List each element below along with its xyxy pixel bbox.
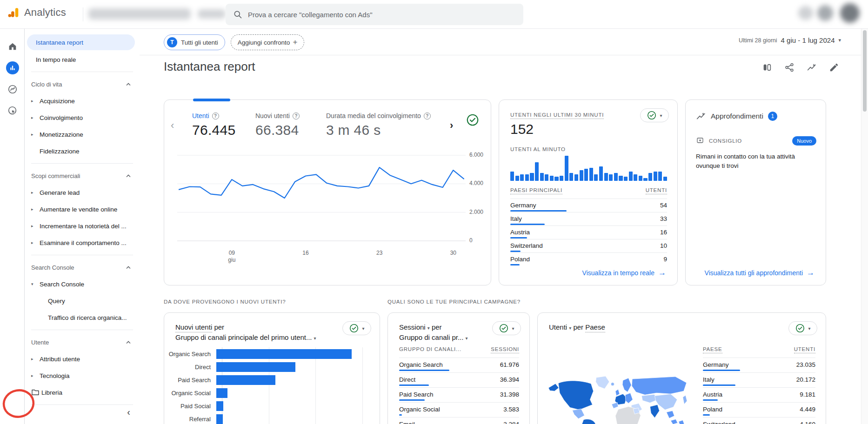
status-ok-dropdown[interactable]: ▾ bbox=[492, 321, 521, 335]
redacted-avatar[interactable] bbox=[840, 3, 860, 23]
metric-nuovi-utenti[interactable]: Nuovi utenti ? 66.384 bbox=[255, 112, 300, 138]
sidebar-section-search-console[interactable]: Search Console bbox=[25, 259, 140, 276]
help-icon[interactable]: ? bbox=[293, 113, 300, 119]
metric-selector[interactable]: Utenti bbox=[549, 323, 567, 331]
channel-name: Organic Social bbox=[399, 406, 440, 413]
sidebar-item-search-console[interactable]: ▾ Search Console bbox=[25, 276, 140, 292]
geo-row: Italy 20.172 bbox=[703, 372, 815, 387]
channel-bar bbox=[216, 414, 223, 424]
date-preset-label: Ultimi 28 giorni bbox=[739, 37, 777, 44]
explore-icon[interactable] bbox=[6, 83, 19, 96]
per-minute-label: UTENTI AL MINUTO bbox=[510, 146, 566, 152]
expand-arrow-icon[interactable]: ▸ bbox=[31, 357, 40, 361]
expand-arrow-icon[interactable]: ▸ bbox=[31, 240, 40, 245]
country-users: 9 bbox=[663, 256, 667, 263]
date-range-picker[interactable]: Ultimi 28 giorni 4 giu - 1 lug 2024 ▾ bbox=[739, 36, 841, 44]
sidebar-item-monetizzazione[interactable]: ▸ Monetizzazione bbox=[25, 126, 140, 143]
redacted-help-icon[interactable] bbox=[798, 6, 813, 20]
expand-arrow-icon[interactable]: ▸ bbox=[31, 99, 40, 103]
view-realtime-link[interactable]: Visualizza in tempo reale → bbox=[582, 268, 666, 278]
column-header-country[interactable]: PAESE bbox=[703, 346, 722, 353]
help-icon[interactable]: ? bbox=[212, 113, 219, 119]
expand-arrow-icon[interactable]: ▸ bbox=[31, 132, 40, 137]
metrics-prev-icon[interactable]: ‹ bbox=[171, 120, 174, 131]
sidebar-item-query[interactable]: Query bbox=[25, 292, 140, 309]
sidebar-item-istantanea-report[interactable]: Istantanea report bbox=[27, 34, 135, 50]
dimension-selector[interactable]: Gruppo di canali pr... bbox=[399, 333, 463, 341]
column-header-users[interactable]: UTENTI bbox=[646, 187, 667, 194]
metric-value: 3 m 46 s bbox=[326, 122, 431, 138]
column-header-channel[interactable]: GRUPPO DI CANALI... bbox=[399, 346, 461, 353]
sidebar-item-generare-lead[interactable]: ▸ Generare lead bbox=[25, 184, 140, 201]
redacted-account-name[interactable] bbox=[88, 8, 191, 20]
sidebar-item-libreria[interactable]: Libreria bbox=[25, 384, 140, 401]
metric-utenti[interactable]: Utenti ? 76.445 bbox=[192, 112, 236, 138]
home-icon[interactable] bbox=[6, 40, 19, 53]
expand-arrow-icon[interactable]: ▸ bbox=[31, 207, 40, 212]
sidebar-item-traffico-ricerca-organica[interactable]: Traffico di ricerca organica... bbox=[25, 309, 140, 326]
tip-text[interactable]: Rimani in contatto con la tua attività o… bbox=[696, 152, 803, 170]
view-all-insights-link[interactable]: Visualizza tutti gli approfondimenti → bbox=[705, 268, 815, 278]
column-header-sessions[interactable]: SESSIONI bbox=[491, 346, 519, 353]
sidebar-section-ciclo-di-vita[interactable]: Ciclo di vita bbox=[25, 76, 140, 93]
column-header-country[interactable]: PAESI PRINCIPALI bbox=[510, 187, 562, 194]
search-bar[interactable] bbox=[226, 4, 523, 25]
check-circle-icon bbox=[499, 323, 509, 333]
realtime-title[interactable]: UTENTI NEGLI ULTIMI 30 MINUTI bbox=[510, 112, 604, 119]
sidebar-section-utente[interactable]: Utente bbox=[25, 334, 140, 351]
metric-selector[interactable]: Nuovi utenti bbox=[175, 323, 212, 332]
sidebar-item-coinvolgimento[interactable]: ▸ Coinvolgimento bbox=[25, 109, 140, 126]
expand-arrow-icon[interactable]: ▸ bbox=[31, 373, 40, 378]
channel-bar-row: Paid Social bbox=[164, 399, 381, 412]
card-title[interactable]: Sessioni▾ per Gruppo di canali pr...▾ bbox=[399, 322, 467, 343]
sidebar-section-scopi-commerciali[interactable]: Scopi commerciali bbox=[25, 167, 140, 184]
metric-selector[interactable]: Sessioni bbox=[399, 323, 426, 331]
help-icon[interactable]: ? bbox=[424, 113, 431, 119]
sidebar-item-attributi-utente[interactable]: ▸ Attributi utente bbox=[25, 351, 140, 367]
data-quality-check-icon[interactable] bbox=[466, 113, 480, 127]
page-scrollbar[interactable] bbox=[861, 29, 868, 424]
dimension-selector[interactable]: Gruppo di canali principale del primo ut… bbox=[175, 333, 312, 341]
edit-pencil-icon[interactable] bbox=[829, 62, 839, 73]
top-bar: Analytics bbox=[0, 0, 868, 29]
scrollbar-thumb[interactable] bbox=[863, 30, 867, 112]
divider bbox=[31, 330, 133, 330]
sidebar-item-aumentare-vendite[interactable]: ▸ Aumentare le vendite online bbox=[25, 201, 140, 218]
geo-bar bbox=[703, 399, 718, 401]
insights-icon[interactable] bbox=[807, 62, 817, 73]
card-title[interactable]: Nuovi utenti per Gruppo di canali princi… bbox=[175, 322, 316, 343]
sidebar-item-fidelizzazione[interactable]: Fidelizzazione bbox=[25, 143, 140, 159]
metric-durata-media[interactable]: Durata media del coinvolgimento ? 3 m 46… bbox=[326, 112, 431, 138]
sidebar-item-incrementare-notorieta[interactable]: ▸ Incrementare la notorietà del ... bbox=[25, 218, 140, 234]
country-row: Switzerland 10 bbox=[510, 239, 667, 252]
redacted-apps-icon[interactable] bbox=[817, 5, 833, 21]
channel-bar bbox=[216, 388, 227, 398]
country-name: Italy bbox=[510, 215, 522, 222]
collapse-arrow-icon[interactable]: ▾ bbox=[31, 282, 40, 286]
collapse-sidebar-icon[interactable]: ‹ bbox=[127, 407, 130, 417]
column-header-users[interactable]: UTENTI bbox=[794, 346, 815, 353]
sidebar-item-acquisizione[interactable]: ▸ Acquisizione bbox=[25, 93, 140, 109]
sidebar-item-in-tempo-reale[interactable]: In tempo reale bbox=[25, 51, 140, 68]
comparison-panel-icon[interactable] bbox=[762, 62, 772, 73]
card-title[interactable]: Utenti▾ per Paese bbox=[549, 322, 605, 332]
add-comparison-chip[interactable]: Aggiungi confronto + bbox=[231, 34, 305, 50]
reports-icon-active[interactable] bbox=[6, 61, 19, 74]
status-ok-dropdown[interactable]: ▾ bbox=[788, 321, 817, 335]
status-ok-dropdown[interactable]: ▾ bbox=[342, 321, 371, 335]
analytics-logo[interactable]: Analytics bbox=[7, 7, 66, 19]
expand-arrow-icon[interactable]: ▸ bbox=[31, 190, 40, 195]
segment-chip-all-users[interactable]: T Tutti gli utenti bbox=[164, 34, 225, 50]
metrics-next-icon[interactable]: › bbox=[450, 120, 453, 131]
status-ok-dropdown[interactable]: ▾ bbox=[640, 108, 669, 122]
share-icon[interactable] bbox=[784, 62, 795, 73]
sidebar-item-esaminare-comportamento[interactable]: ▸ Esaminare il comportamento ... bbox=[25, 234, 140, 251]
advertising-icon[interactable] bbox=[6, 104, 19, 117]
expand-arrow-icon[interactable]: ▸ bbox=[31, 224, 40, 228]
search-input[interactable] bbox=[248, 11, 508, 19]
realtime-users-count: 152 bbox=[510, 121, 534, 137]
country-row: Italy 33 bbox=[510, 212, 667, 225]
sidebar-item-tecnologia[interactable]: ▸ Tecnologia bbox=[25, 367, 140, 384]
dimension-selector[interactable]: Paese bbox=[585, 323, 605, 332]
expand-arrow-icon[interactable]: ▸ bbox=[31, 115, 40, 120]
